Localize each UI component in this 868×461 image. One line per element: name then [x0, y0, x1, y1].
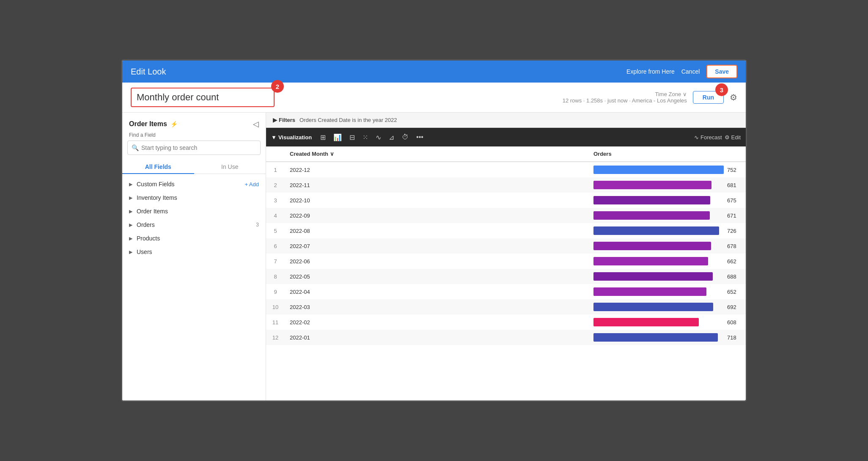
add-custom-field-button[interactable]: + Add — [244, 181, 259, 188]
tab-in-use[interactable]: In Use — [194, 160, 266, 174]
table-row: 6 2022-07 678 — [266, 238, 746, 254]
table-row: 2 2022-11 681 — [266, 177, 746, 193]
row-num: 2 — [266, 177, 285, 193]
filter-expand-button[interactable]: ▶ Filters — [273, 117, 295, 123]
edit-viz-button[interactable]: ⚙ Edit — [725, 134, 741, 141]
orders-cell: 678 — [588, 238, 746, 254]
row-num: 5 — [266, 223, 285, 238]
orders-cell: 726 — [588, 223, 746, 238]
chevron-right-icon: ▶ — [129, 222, 132, 228]
group-inventory-items[interactable]: ▶ Inventory Items — [122, 191, 266, 204]
sort-icon: ∨ — [330, 151, 334, 157]
group-custom-fields[interactable]: ▶ Custom Fields + Add — [122, 177, 266, 191]
viz-toolbar: ▼ Visualization ⊞ 📊 ⊟ ⁙ ∿ ⊿ ⏱ ••• ∿ Fore… — [266, 128, 746, 146]
row-num: 4 — [266, 208, 285, 223]
title-input-wrapper: 2 — [131, 88, 275, 107]
chevron-right-icon: ▶ — [129, 182, 132, 187]
viz-clock-icon[interactable]: ⏱ — [399, 132, 411, 143]
timezone-label: Time Zone ∨ — [563, 91, 687, 97]
row-num: 1 — [266, 162, 285, 177]
viz-area-icon[interactable]: ⊿ — [386, 132, 397, 143]
row-num: 10 — [266, 299, 285, 315]
row-num-header — [266, 146, 285, 162]
row-num: 6 — [266, 238, 285, 254]
table-row: 12 2022-01 718 — [266, 330, 746, 345]
month-cell: 2022-02 — [285, 315, 588, 330]
row-num: 11 — [266, 315, 285, 330]
tab-all-fields[interactable]: All Fields — [122, 160, 194, 174]
table-row: 3 2022-10 675 — [266, 193, 746, 208]
group-orders[interactable]: ▶ Orders 3 — [122, 218, 266, 232]
find-field-label: Find a Field — [122, 132, 266, 141]
viz-more-icon[interactable]: ••• — [414, 132, 426, 143]
orders-cell: 608 — [588, 315, 746, 330]
viz-line-icon[interactable]: ∿ — [373, 132, 384, 143]
title-bar: 2 Time Zone ∨ 12 rows · 1.258s · just no… — [122, 83, 746, 113]
month-cell: 2022-05 — [285, 269, 588, 284]
settings-button[interactable]: ⚙ — [730, 92, 737, 102]
look-name-input[interactable] — [131, 88, 275, 107]
table-row: 5 2022-08 726 — [266, 223, 746, 238]
tabs-row: All Fields In Use — [122, 160, 266, 174]
explore-button[interactable]: Explore from Here — [626, 68, 675, 75]
forecast-icon: ∿ — [694, 134, 699, 141]
month-cell: 2022-06 — [285, 254, 588, 269]
row-num: 3 — [266, 193, 285, 208]
orders-cell: 681 — [588, 177, 746, 193]
forecast-button[interactable]: ∿ Forecast — [694, 134, 722, 141]
search-icon: 🔍 — [132, 144, 139, 151]
table-row: 7 2022-06 662 — [266, 254, 746, 269]
row-num: 8 — [266, 269, 285, 284]
sidebar-header: Order Items ⚡ ◁ — [122, 113, 266, 132]
filter-triangle-icon: ▶ — [273, 117, 277, 123]
orders-cell: 688 — [588, 269, 746, 284]
table-row: 10 2022-03 692 — [266, 299, 746, 315]
month-cell: 2022-12 — [285, 162, 588, 177]
top-bar: Edit Look Explore from Here Cancel Save — [122, 61, 746, 83]
sidebar: Order Items ⚡ ◁ Find a Field 🔍 All Field… — [122, 113, 266, 400]
sidebar-title-row: Order Items ⚡ — [129, 120, 178, 128]
viz-pivot-icon[interactable]: ⊟ — [347, 132, 357, 143]
group-users[interactable]: ▶ Users — [122, 245, 266, 259]
viz-scatter-icon[interactable]: ⁙ — [360, 132, 371, 143]
app-title: Edit Look — [131, 67, 166, 77]
chevron-right-icon: ▶ — [129, 195, 132, 201]
row-num: 9 — [266, 284, 285, 299]
viz-bar-icon[interactable]: 📊 — [331, 132, 344, 143]
viz-table-icon[interactable]: ⊞ — [318, 132, 328, 143]
edit-icon: ⚙ — [725, 134, 730, 141]
run-btn-wrapper: Run 3 — [693, 91, 724, 104]
month-cell: 2022-03 — [285, 299, 588, 315]
table-row: 8 2022-05 688 — [266, 269, 746, 284]
filter-text: Orders Created Date is in the year 2022 — [299, 117, 397, 123]
chevron-right-icon: ▶ — [129, 249, 132, 255]
orders-cell: 718 — [588, 330, 746, 345]
group-products[interactable]: ▶ Products — [122, 232, 266, 245]
badge-3: 3 — [715, 83, 728, 96]
table-row: 4 2022-09 671 — [266, 208, 746, 223]
row-num: 12 — [266, 330, 285, 345]
save-button[interactable]: Save — [706, 65, 737, 78]
badge-2: 2 — [271, 80, 284, 93]
table-row: 1 2022-12 752 — [266, 162, 746, 177]
search-input[interactable] — [127, 141, 261, 155]
viz-chevron-icon: ▼ — [271, 134, 277, 141]
app-frame: Edit Look Explore from Here Cancel Save … — [121, 59, 747, 402]
meta-info: Time Zone ∨ 12 rows · 1.258s · just now … — [563, 91, 687, 104]
orders-header: Orders — [588, 146, 746, 162]
orders-cell: 671 — [588, 208, 746, 223]
main-content: Order Items ⚡ ◁ Find a Field 🔍 All Field… — [122, 113, 746, 400]
orders-cell: 675 — [588, 193, 746, 208]
top-bar-actions: Explore from Here Cancel Save — [626, 65, 737, 78]
collapse-icon[interactable]: ◁ — [253, 119, 259, 129]
cancel-button[interactable]: Cancel — [681, 68, 700, 75]
orders-cell: 652 — [588, 284, 746, 299]
orders-cell: 752 — [588, 162, 746, 177]
data-panel: ▶ Filters Orders Created Date is in the … — [266, 113, 746, 400]
row-num: 7 — [266, 254, 285, 269]
chevron-right-icon: ▶ — [129, 209, 132, 214]
group-order-items[interactable]: ▶ Order Items — [122, 204, 266, 218]
table-row: 11 2022-02 608 — [266, 315, 746, 330]
month-cell: 2022-10 — [285, 193, 588, 208]
month-header[interactable]: Created Month ∨ — [285, 146, 588, 162]
